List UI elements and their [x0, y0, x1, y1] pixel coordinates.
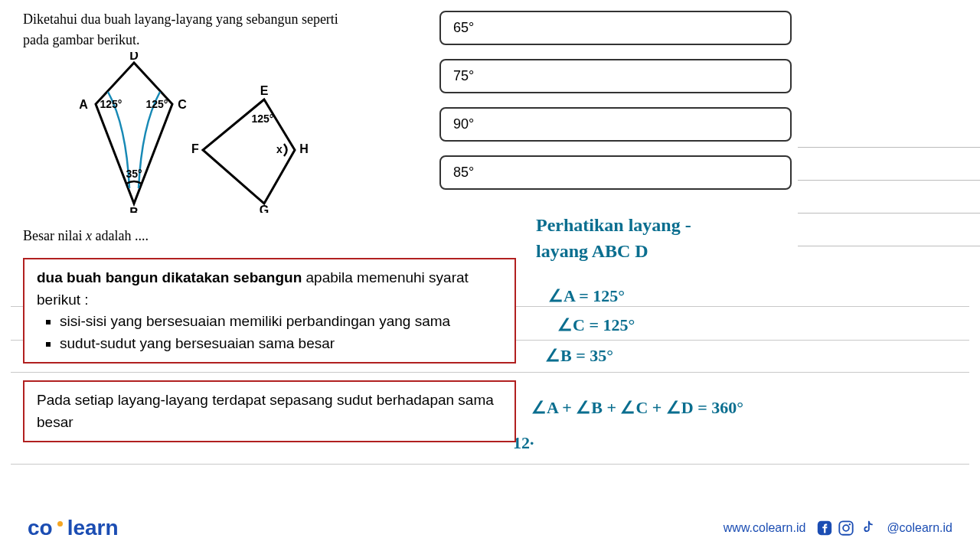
facebook-icon [816, 520, 833, 536]
kite-diagrams: D A C B 125° 125° 35° E F G H 125° x [23, 52, 352, 213]
label-G: G [260, 204, 269, 213]
brand-logo: co learn [28, 516, 119, 540]
definition-bullet-2: sudut-sudut yang bersesuaian sama besar [60, 333, 502, 355]
footer-handle: @colearn.id [887, 521, 952, 535]
handwriting-angle-a: ∠A = 125° [548, 285, 625, 308]
label-B: B [129, 206, 139, 213]
angle-B: 35° [126, 168, 142, 180]
label-A: A [79, 98, 88, 111]
brand-learn: learn [67, 516, 119, 540]
property-box-kite: Pada setiap layang-layang terdapat sepas… [23, 380, 516, 442]
answer-option-2[interactable]: 75° [439, 59, 792, 93]
angle-A: 125° [100, 98, 122, 110]
svg-rect-3 [840, 521, 853, 534]
hw-header-line2: layang ABC D [536, 239, 691, 265]
footer: co learn www.colearn.id @colearn.id [0, 505, 980, 551]
angle-C: 125° [146, 98, 168, 110]
label-H: H [299, 142, 309, 155]
answer-option-1[interactable]: 65° [439, 11, 792, 45]
brand-co: co [28, 516, 53, 540]
label-E: E [260, 84, 269, 97]
footer-url: www.colearn.id [724, 521, 806, 535]
brand-dot-icon [57, 521, 63, 527]
instagram-icon [838, 520, 854, 536]
handwriting-partial: 12· [513, 432, 534, 455]
handwriting-angle-b: ∠B = 35° [545, 344, 613, 368]
definition-bullet-1: sisi-sisi yang bersesuaian memiliki perb… [60, 311, 502, 333]
handwriting-equation: ∠A + ∠B + ∠C + ∠D = 360° [531, 396, 743, 420]
hw-header-line1: Perhatikan layang - [536, 213, 691, 239]
svg-point-5 [849, 523, 851, 525]
handwriting-header: Perhatikan layang - layang ABC D [536, 213, 691, 264]
problem-statement: Diketahui dua buah layang-layang yang se… [23, 9, 452, 51]
label-D: D [129, 52, 139, 62]
answer-option-4[interactable]: 85° [439, 155, 792, 190]
svg-point-4 [844, 525, 850, 531]
property-text: Pada setiap layang-layang terdapat sepas… [37, 392, 494, 430]
definition-bold: dua buah bangun dikatakan sebangun [37, 269, 302, 285]
angle-x: x [276, 143, 283, 155]
ruled-notebook-lines [798, 115, 980, 497]
problem-line2: pada gambar berikut. [23, 32, 139, 47]
problem-line1: Diketahui dua buah layang-layang yang se… [23, 11, 338, 27]
tiktok-icon [859, 520, 876, 536]
definition-box-sebangun: dua buah bangun dikatakan sebangun apabi… [23, 258, 516, 364]
svg-marker-0 [96, 63, 172, 204]
angle-E: 125° [252, 112, 274, 125]
label-C: C [178, 98, 187, 111]
label-F: F [191, 142, 199, 155]
answer-option-3[interactable]: 90° [439, 107, 792, 142]
handwriting-angle-c: ∠C = 125° [557, 314, 635, 337]
